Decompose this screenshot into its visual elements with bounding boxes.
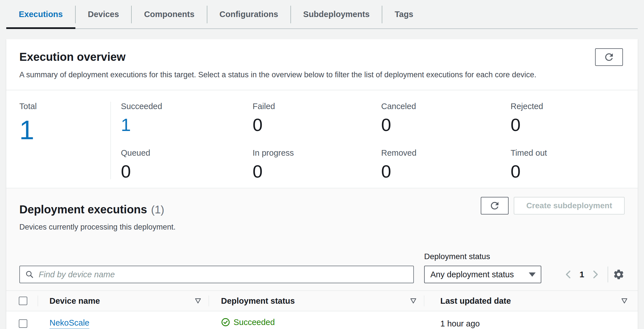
- execution-stats: Total 1 Succeeded 1 Failed 0 Canceled 0 …: [6, 90, 638, 188]
- caret-down-icon: [529, 272, 536, 277]
- status-filter: Deployment status Any deployment status: [424, 252, 541, 283]
- column-label: Deployment status: [221, 296, 295, 306]
- status-badge[interactable]: Succeeded: [221, 318, 275, 329]
- stat-rejected: Rejected 0: [511, 102, 638, 135]
- stat-label: Canceled: [381, 102, 511, 111]
- column-header-deployment-status[interactable]: Deployment status: [209, 291, 424, 311]
- last-updated-value: 1 hour ago: [440, 319, 480, 328]
- device-search-input[interactable]: [39, 270, 408, 279]
- select-all-checkbox[interactable]: [19, 297, 27, 305]
- stat-label: Removed: [381, 148, 511, 157]
- stat-in-progress-value[interactable]: 0: [253, 161, 381, 181]
- tab-devices[interactable]: Devices: [75, 0, 132, 28]
- status-select-value: Any deployment status: [430, 270, 514, 279]
- stat-failed: Failed 0: [253, 102, 381, 135]
- stat-failed-value[interactable]: 0: [253, 115, 381, 135]
- row-counter: (1): [151, 204, 164, 216]
- filter-triangle-icon: [410, 298, 416, 304]
- tab-subdeployments[interactable]: Subdeployments: [291, 0, 382, 28]
- stat-grid: Succeeded 1 Failed 0 Canceled 0 Rejected…: [111, 102, 638, 179]
- stat-timed-out: Timed out 0: [511, 148, 638, 181]
- filter-triangle-icon: [195, 298, 201, 304]
- stat-label: Failed: [253, 102, 381, 111]
- stat-rejected-value[interactable]: 0: [511, 115, 638, 135]
- divider: [608, 266, 608, 282]
- filter-row: Deployment status Any deployment status …: [19, 252, 625, 283]
- row-checkbox[interactable]: [19, 319, 27, 328]
- execution-overview-section: Execution overview A summary of deployme…: [6, 39, 638, 90]
- refresh-icon: [603, 51, 615, 63]
- column-label: Device name: [49, 296, 100, 306]
- stat-label: Total: [19, 102, 110, 111]
- deployment-executions-title: Deployment executions: [19, 203, 147, 216]
- stat-label: In progress: [253, 148, 381, 157]
- status-select[interactable]: Any deployment status: [424, 266, 541, 283]
- stat-label: Queued: [121, 148, 253, 157]
- stat-queued-value[interactable]: 0: [121, 161, 253, 181]
- search-box: [19, 266, 414, 283]
- table-row: NekoScale Succeeded 1 hour ago: [6, 311, 638, 329]
- refresh-icon: [489, 200, 500, 211]
- status-filter-label: Deployment status: [424, 252, 541, 261]
- pagination: 1: [561, 266, 625, 283]
- stat-label: Succeeded: [121, 102, 253, 111]
- tab-executions[interactable]: Executions: [6, 0, 75, 28]
- stat-canceled: Canceled 0: [381, 102, 511, 135]
- stat-in-progress: In progress 0: [253, 148, 381, 181]
- stat-removed: Removed 0: [381, 148, 511, 181]
- stat-removed-value[interactable]: 0: [381, 161, 511, 181]
- deployment-executions-section: Deployment executions (1) Create subdepl…: [6, 188, 638, 311]
- deployment-detail-card: Execution overview A summary of deployme…: [6, 39, 638, 329]
- tab-tags[interactable]: Tags: [382, 0, 426, 28]
- refresh-overview-button[interactable]: [595, 48, 623, 66]
- stat-queued: Queued 0: [121, 148, 253, 181]
- stat-canceled-value[interactable]: 0: [381, 115, 511, 135]
- stat-timed-out-value[interactable]: 0: [511, 161, 638, 181]
- table-header-row: Device name Deployment status Last updat…: [6, 290, 638, 311]
- stat-succeeded: Succeeded 1: [121, 102, 253, 135]
- previous-page-button[interactable]: [561, 269, 577, 280]
- stat-label: Rejected: [511, 102, 638, 111]
- tab-configurations[interactable]: Configurations: [207, 0, 291, 28]
- stat-total: Total 1: [19, 102, 111, 179]
- column-header-last-updated[interactable]: Last updated date: [424, 291, 638, 311]
- gear-icon: [613, 268, 625, 280]
- execution-overview-title: Execution overview: [19, 51, 625, 63]
- tab-components[interactable]: Components: [131, 0, 207, 28]
- chevron-left-icon: [563, 269, 574, 280]
- column-header-device-name[interactable]: Device name: [38, 291, 209, 311]
- device-name-link[interactable]: NekoScale: [49, 318, 89, 329]
- panel-head: Deployment executions (1) Create subdepl…: [19, 203, 625, 216]
- filter-triangle-icon: [621, 298, 628, 304]
- status-label: Succeeded: [234, 318, 275, 327]
- chevron-right-icon: [589, 269, 601, 280]
- table-settings-button[interactable]: [613, 268, 625, 280]
- stat-succeeded-value[interactable]: 1: [121, 115, 253, 135]
- stat-total-value[interactable]: 1: [19, 116, 110, 144]
- current-page[interactable]: 1: [579, 270, 584, 279]
- search-icon: [25, 270, 39, 279]
- next-page-button[interactable]: [587, 269, 603, 280]
- refresh-table-button[interactable]: [481, 197, 509, 215]
- tab-bar: Executions Devices Components Configurat…: [6, 0, 638, 29]
- create-subdeployment-button[interactable]: Create subdeployment: [514, 197, 625, 215]
- check-circle-icon: [221, 318, 230, 327]
- stat-label: Timed out: [511, 148, 638, 157]
- execution-overview-description: A summary of deployment executions for t…: [19, 70, 625, 79]
- column-label: Last updated date: [440, 296, 511, 306]
- deployment-executions-description: Devices currently processing this deploy…: [19, 223, 625, 232]
